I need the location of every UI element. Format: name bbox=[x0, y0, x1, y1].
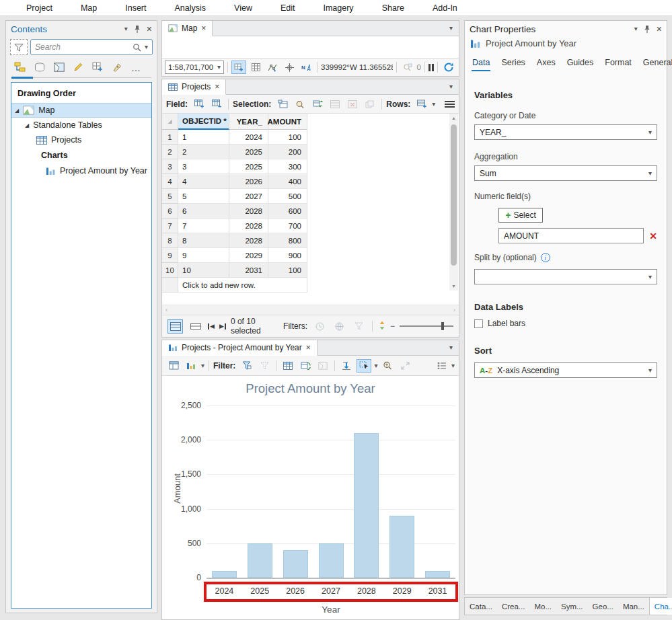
chart-properties-button[interactable] bbox=[166, 359, 181, 373]
selection-tool-chevron-icon[interactable]: ▾ bbox=[374, 362, 377, 369]
tabstrip-menu-icon[interactable]: ▾ bbox=[449, 344, 453, 351]
table-view-button[interactable] bbox=[167, 319, 183, 334]
show-table-button[interactable] bbox=[281, 359, 295, 373]
chart-tab[interactable]: Projects - Project Amount by Year × bbox=[162, 340, 318, 356]
tab-axes[interactable]: Axes bbox=[536, 55, 556, 71]
bar-2029[interactable] bbox=[389, 516, 414, 578]
cell-objectid[interactable]: 6 bbox=[178, 204, 229, 219]
cell-amount[interactable]: 100 bbox=[268, 263, 307, 278]
cell-objectid[interactable]: 10 bbox=[178, 263, 229, 278]
column-header-amount[interactable]: AMOUNT bbox=[268, 114, 307, 130]
sort-combo[interactable]: A-Z X-axis Ascending ▾ bbox=[474, 362, 657, 378]
list-by-selection-icon[interactable] bbox=[54, 63, 65, 74]
tree-item-chart[interactable]: Project Amount by Year bbox=[11, 163, 151, 178]
split-by-combo[interactable]: ▾ bbox=[474, 269, 657, 284]
list-by-data-source-icon[interactable] bbox=[34, 63, 45, 74]
attributes-view-button[interactable] bbox=[188, 319, 203, 334]
pause-drawing-icon[interactable] bbox=[428, 64, 434, 71]
cell-amount[interactable]: 300 bbox=[268, 159, 307, 174]
cell-year[interactable]: 2028 bbox=[229, 204, 268, 219]
edit-pencil-icon[interactable] bbox=[73, 62, 83, 74]
dock-tab-sym[interactable]: Sym... bbox=[556, 598, 588, 615]
bar-2024[interactable] bbox=[212, 571, 237, 578]
search-dropdown-icon[interactable]: ▾ bbox=[145, 44, 148, 50]
more-views-icon[interactable]: … bbox=[131, 63, 141, 73]
dock-tab-cha[interactable]: Cha... bbox=[649, 598, 672, 615]
tab-format[interactable]: Format bbox=[604, 55, 632, 71]
labeling-grid-plus-icon[interactable] bbox=[92, 62, 104, 74]
chart-zoom-tool[interactable] bbox=[380, 359, 395, 373]
row-number-cell[interactable]: 10 bbox=[162, 263, 178, 278]
row-height-slider[interactable] bbox=[400, 325, 453, 327]
menu-item-share[interactable]: Share bbox=[368, 3, 418, 13]
column-header-objectid[interactable]: OBJECTID * bbox=[178, 114, 229, 130]
info-icon[interactable]: i bbox=[541, 253, 550, 262]
close-icon[interactable]: × bbox=[147, 24, 152, 34]
cell-amount[interactable]: 200 bbox=[268, 145, 307, 159]
tab-general[interactable]: General bbox=[642, 55, 672, 71]
dock-tab-mo[interactable]: Mo... bbox=[529, 598, 556, 615]
perspective-pen-icon[interactable] bbox=[112, 63, 122, 74]
cell-amount[interactable]: 900 bbox=[268, 248, 307, 263]
table-vertical-scrollbar[interactable]: ▲ ▼ bbox=[449, 114, 458, 290]
cell-amount[interactable]: 600 bbox=[268, 204, 307, 219]
bar-2028[interactable] bbox=[354, 433, 379, 578]
pin-icon[interactable] bbox=[134, 25, 141, 34]
pane-menu-chevron-icon[interactable]: ▾ bbox=[124, 26, 128, 32]
menu-item-view[interactable]: View bbox=[220, 3, 266, 13]
sketch-tool[interactable] bbox=[265, 61, 280, 74]
search-input[interactable]: Search ▾ bbox=[30, 39, 153, 55]
chart-legend-button[interactable] bbox=[435, 359, 449, 373]
tabstrip-menu-icon[interactable]: ▾ bbox=[449, 25, 453, 32]
close-icon[interactable]: × bbox=[657, 24, 662, 34]
cell-year[interactable]: 2024 bbox=[229, 130, 268, 145]
tab-data[interactable]: Data bbox=[472, 55, 490, 71]
refresh-chart-button[interactable] bbox=[298, 359, 313, 373]
row-number-cell[interactable]: 4 bbox=[162, 174, 178, 189]
remove-field-icon[interactable]: ✕ bbox=[649, 231, 657, 241]
zoom-to-selection-button[interactable] bbox=[293, 98, 307, 111]
crosshair-tool[interactable] bbox=[282, 61, 297, 74]
table-horizontal-scrollbar[interactable]: ‹ › bbox=[162, 305, 459, 315]
legend-chevron-icon[interactable]: ▾ bbox=[451, 362, 455, 369]
dock-tab-man[interactable]: Man... bbox=[618, 598, 649, 615]
tree-item-standalone-tables[interactable]: ◢ Standalone Tables bbox=[11, 118, 151, 132]
copy-rows-button[interactable] bbox=[363, 98, 377, 111]
cell-year[interactable]: 2029 bbox=[229, 248, 268, 263]
row-number-cell[interactable]: 6 bbox=[162, 204, 178, 219]
sync-scroll-icon[interactable] bbox=[379, 321, 385, 332]
row-number-cell[interactable]: 3 bbox=[162, 159, 178, 174]
numeric-field-value[interactable]: AMOUNT bbox=[498, 228, 644, 243]
table-corner-cell[interactable]: ◢ bbox=[162, 114, 178, 130]
clear-selection-button[interactable] bbox=[328, 98, 342, 111]
bar-2026[interactable] bbox=[283, 550, 308, 578]
cell-year[interactable]: 2025 bbox=[229, 159, 268, 174]
cell-year[interactable]: 2026 bbox=[229, 174, 268, 189]
tab-guides[interactable]: Guides bbox=[566, 55, 595, 71]
cell-objectid[interactable]: 3 bbox=[178, 159, 229, 174]
menu-item-project[interactable]: Project bbox=[12, 3, 67, 13]
menu-item-imagery[interactable]: Imagery bbox=[309, 3, 367, 13]
scroll-right-icon[interactable]: › bbox=[453, 307, 455, 313]
cell-objectid[interactable]: 9 bbox=[178, 248, 229, 263]
list-by-drawing-order-icon[interactable] bbox=[14, 62, 26, 74]
menu-item-analysis[interactable]: Analysis bbox=[161, 3, 221, 13]
filter-icon[interactable] bbox=[351, 319, 366, 333]
bar-2031[interactable] bbox=[425, 571, 450, 578]
locate-selection-icon[interactable] bbox=[400, 61, 415, 74]
select-in-map-button[interactable] bbox=[315, 359, 330, 373]
zoom-out-icon[interactable]: − bbox=[390, 321, 395, 331]
cell-objectid[interactable]: 2 bbox=[178, 145, 229, 159]
menu-item-insert[interactable]: Insert bbox=[111, 3, 160, 13]
close-tab-icon[interactable]: × bbox=[306, 344, 311, 352]
grid-add-tool[interactable] bbox=[231, 61, 246, 74]
row-number-cell[interactable]: 9 bbox=[162, 248, 178, 263]
export-chart-button[interactable] bbox=[339, 359, 354, 373]
refresh-icon[interactable] bbox=[441, 61, 456, 74]
label-bars-checkbox[interactable] bbox=[474, 319, 483, 328]
north-arrow-tool[interactable]: N bbox=[299, 61, 313, 74]
column-header-year[interactable]: YEAR_ bbox=[229, 114, 268, 130]
menu-item-map[interactable]: Map bbox=[67, 3, 111, 13]
calculate-field-button[interactable] bbox=[209, 98, 224, 111]
cell-objectid[interactable]: 5 bbox=[178, 189, 229, 204]
